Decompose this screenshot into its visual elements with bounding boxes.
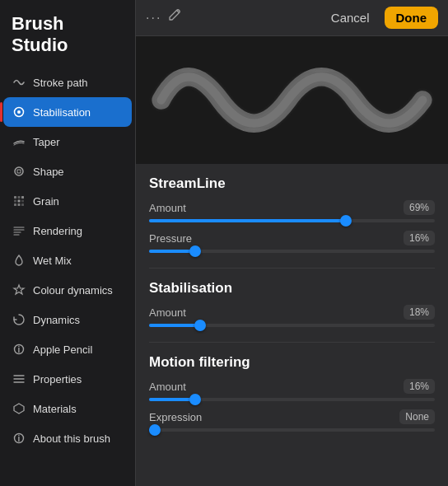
stab-amount-value: 18% (404, 305, 435, 320)
cancel-button[interactable]: Cancel (324, 7, 376, 28)
stab-amount-row: Amount 18% (149, 305, 435, 327)
svg-rect-11 (21, 203, 24, 206)
sidebar-item-label: Grain (33, 195, 59, 208)
svg-point-2 (15, 167, 23, 175)
streamline-title: StreamLine (149, 175, 435, 192)
sidebar-item-rendering[interactable]: Rendering (3, 216, 132, 245)
shape-icon (12, 164, 26, 179)
svg-text:i: i (18, 434, 21, 443)
svg-rect-6 (14, 200, 16, 203)
materials-icon (12, 401, 26, 416)
dynamics-icon (12, 312, 26, 327)
streamline-amount-track[interactable] (149, 219, 435, 222)
sidebar-item-shape[interactable]: Shape (3, 157, 132, 186)
motion-expression-label: Expression (149, 411, 202, 423)
sidebar: Brush Studio Stroke path Stabilisation T… (0, 0, 136, 486)
topbar-left: ··· (146, 9, 183, 27)
app-title: Brush Studio (0, 0, 135, 68)
streamline-pressure-thumb[interactable] (189, 245, 201, 257)
svg-rect-9 (14, 203, 16, 206)
motion-amount-value: 16% (404, 379, 435, 394)
wet-mix-icon (12, 253, 26, 268)
svg-rect-8 (21, 200, 24, 203)
streamline-amount-thumb[interactable] (340, 215, 352, 227)
svg-rect-4 (18, 196, 21, 199)
streamline-amount-label: Amount (149, 202, 186, 214)
motion-amount-track[interactable] (149, 398, 435, 401)
scroll-content[interactable]: StreamLine Amount 69% Pressure 16% (136, 164, 448, 486)
divider-2 (149, 342, 435, 343)
motion-filtering-title: Motion filtering (149, 354, 435, 371)
stabilisation-title: Stabilisation (149, 280, 435, 297)
sidebar-item-label: About this brush (33, 432, 110, 445)
properties-icon (12, 372, 26, 386)
stab-amount-fill (149, 324, 200, 327)
sidebar-item-wet-mix[interactable]: Wet Mix (3, 245, 132, 275)
streamline-pressure-label: Pressure (149, 232, 192, 245)
streamline-pressure-fill (149, 250, 195, 253)
sidebar-item-label: Apple Pencil (33, 343, 92, 356)
sidebar-item-about[interactable]: i About this brush (3, 423, 132, 453)
sidebar-item-label: Properties (33, 373, 82, 386)
motion-amount-row: Amount 16% (149, 379, 435, 401)
sidebar-item-properties[interactable]: Properties (3, 364, 132, 394)
motion-expression-row: Expression None (149, 409, 435, 432)
sidebar-item-grain[interactable]: Grain (3, 186, 132, 216)
sidebar-item-stroke-path[interactable]: Stroke path (3, 68, 132, 97)
motion-expression-value: None (399, 409, 435, 424)
streamline-amount-row: Amount 69% (149, 200, 435, 222)
about-icon: i (12, 431, 26, 446)
stabilisation-section: Stabilisation Amount 18% (149, 280, 435, 327)
sidebar-item-materials[interactable]: Materials (3, 394, 132, 423)
sidebar-item-label: Stabilisation (33, 106, 91, 119)
done-button[interactable]: Done (385, 7, 439, 29)
rendering-icon (12, 223, 26, 238)
motion-expression-track[interactable] (149, 428, 435, 432)
svg-rect-10 (18, 203, 21, 206)
stab-amount-thumb[interactable] (194, 320, 206, 331)
sidebar-item-label: Colour dynamics (33, 284, 113, 297)
sidebar-item-label: Rendering (33, 225, 82, 237)
apple-pencil-icon: i (12, 342, 26, 357)
topbar-right: Cancel Done (324, 7, 438, 29)
streamline-pressure-track[interactable] (149, 250, 435, 253)
grain-icon (12, 194, 26, 208)
sidebar-item-dynamics[interactable]: Dynamics (3, 305, 132, 334)
motion-amount-label: Amount (149, 381, 186, 393)
sidebar-item-label: Taper (33, 136, 60, 148)
streamline-section: StreamLine Amount 69% Pressure 16% (149, 175, 435, 253)
more-dots[interactable]: ··· (146, 11, 161, 26)
streamline-pressure-value: 16% (404, 231, 435, 245)
svg-rect-3 (14, 196, 16, 199)
divider-1 (149, 268, 435, 269)
motion-filtering-section: Motion filtering Amount 16% Expression N… (149, 354, 435, 432)
streamline-amount-value: 69% (404, 200, 435, 215)
svg-point-1 (17, 110, 21, 114)
sidebar-item-apple-pencil[interactable]: i Apple Pencil (3, 334, 132, 364)
brush-preview (136, 36, 448, 164)
taper-icon (12, 134, 26, 149)
stab-amount-label: Amount (149, 306, 186, 319)
svg-rect-7 (18, 200, 21, 203)
sidebar-item-label: Stroke path (33, 77, 88, 89)
topbar: ··· Cancel Done (136, 0, 448, 36)
sidebar-item-stabilisation[interactable]: Stabilisation (3, 97, 132, 127)
sidebar-item-colour-dynamics[interactable]: Colour dynamics (3, 275, 132, 305)
stroke-path-icon (12, 75, 26, 90)
colour-dynamics-icon (12, 283, 26, 297)
motion-amount-fill (149, 398, 195, 401)
sidebar-item-taper[interactable]: Taper (3, 127, 132, 157)
sidebar-item-label: Dynamics (33, 314, 80, 326)
svg-rect-5 (21, 196, 24, 199)
streamline-amount-fill (149, 219, 346, 222)
svg-marker-14 (14, 404, 24, 414)
stab-amount-track[interactable] (149, 324, 435, 327)
edit-icon[interactable] (168, 9, 183, 27)
main-panel: ··· Cancel Done (136, 0, 448, 486)
motion-amount-thumb[interactable] (189, 394, 201, 405)
sidebar-item-label: Wet Mix (33, 255, 72, 267)
svg-text:i: i (18, 345, 21, 354)
streamline-pressure-row: Pressure 16% (149, 231, 435, 253)
sidebar-item-label: Materials (33, 403, 77, 415)
motion-expression-thumb[interactable] (149, 424, 161, 436)
